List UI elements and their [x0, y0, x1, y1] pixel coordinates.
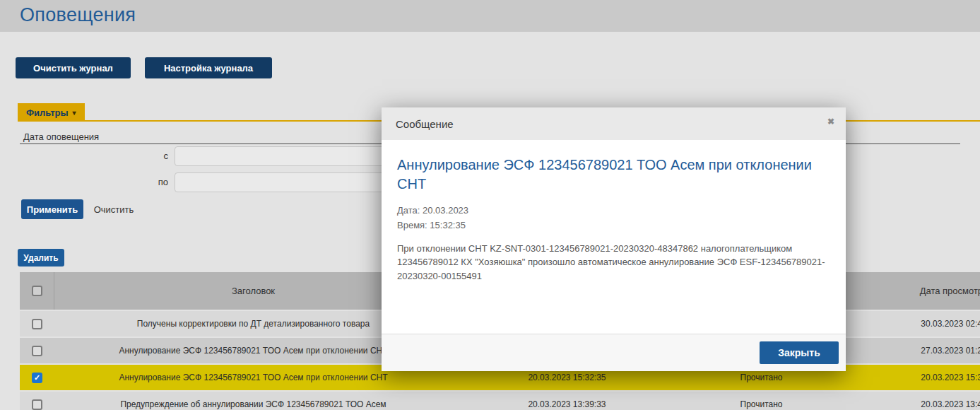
row-checkbox[interactable]: [32, 373, 42, 383]
row-view-date: 30.03.2023 02:40: [841, 311, 980, 336]
notification-date-label: Дата оповещения: [23, 131, 99, 142]
message-date: Дата: 20.03.2023: [397, 204, 830, 218]
chevron-down-icon: ▾: [73, 109, 76, 117]
date-from-label: с: [141, 151, 168, 161]
modal-title: Сообщение: [396, 118, 454, 130]
date-to-label: по: [141, 177, 168, 187]
message-meta: Дата: 20.03.2023 Время: 15:32:35: [397, 204, 830, 233]
message-modal: Сообщение ✖ Аннулирование ЭСФ 1234567890…: [382, 107, 846, 371]
close-icon[interactable]: ✖: [827, 117, 834, 126]
clear-filters-button[interactable]: Очистить: [88, 199, 140, 219]
row-view-date: 27.03.2023 01:23: [841, 338, 980, 363]
message-text: При отклонении СНТ KZ-SNT-0301-123456789…: [397, 242, 830, 283]
row-view-date: 20.03.2023 15:32: [841, 365, 980, 390]
message-heading: Аннулирование ЭСФ 123456789021 ТОО Асем …: [397, 156, 830, 194]
row-status: Прочитано: [682, 392, 841, 410]
row-view-date: 20.03.2023 13:40: [841, 392, 980, 410]
table-row[interactable]: Предупреждение об аннулировании ЭСФ 1234…: [20, 390, 980, 410]
header-view-date: Дата просмотра: [841, 272, 980, 310]
top-header-bar: Оповещения: [0, 0, 980, 32]
filters-tab[interactable]: Фильтры ▾: [18, 103, 85, 122]
close-modal-button[interactable]: Закрыть: [760, 341, 839, 364]
configure-journal-button[interactable]: Настройка журнала: [145, 57, 272, 78]
row-checkbox[interactable]: [32, 319, 42, 329]
clear-journal-button[interactable]: Очистить журнал: [16, 57, 131, 78]
select-all-checkbox[interactable]: [32, 286, 42, 296]
row-title: Предупреждение об аннулировании ЭСФ 1234…: [54, 392, 452, 410]
row-checkbox[interactable]: [32, 399, 42, 410]
filters-tab-label: Фильтры: [26, 107, 69, 118]
row-checkbox[interactable]: [32, 346, 42, 356]
message-time: Время: 15:32:35: [397, 218, 830, 233]
modal-footer: Закрыть: [382, 334, 846, 371]
modal-body: Аннулирование ЭСФ 123456789021 ТОО Асем …: [382, 140, 846, 283]
row-notify-date: 20.03.2023 13:39:33: [452, 392, 682, 410]
modal-header: Сообщение ✖: [382, 107, 846, 140]
page-title: Оповещения: [20, 4, 136, 26]
apply-filters-button[interactable]: Применить: [21, 199, 83, 219]
delete-button[interactable]: Удалить: [18, 249, 64, 266]
